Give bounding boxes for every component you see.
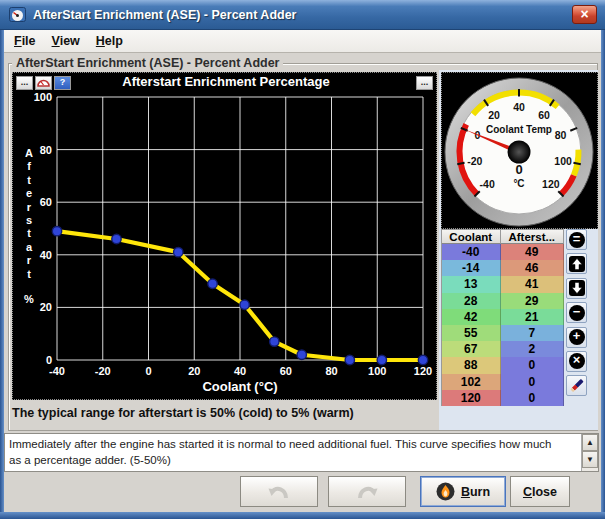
- curve-point[interactable]: [112, 234, 121, 243]
- menu-help[interactable]: Help: [96, 34, 123, 48]
- move-up-button[interactable]: [566, 253, 587, 274]
- redo-icon: [355, 482, 379, 502]
- afterstart-cell[interactable]: 0: [501, 374, 564, 390]
- y-tick-label: 80: [40, 144, 52, 156]
- curve-point[interactable]: [345, 355, 354, 364]
- table-toolbar: =−+×: [566, 229, 588, 396]
- burn-button[interactable]: Burn: [420, 476, 506, 507]
- coolant-cell[interactable]: 67: [442, 341, 501, 357]
- undo-button[interactable]: [240, 476, 318, 507]
- coolant-cell[interactable]: 28: [442, 293, 501, 309]
- gauge-tick-label: 40: [513, 101, 525, 113]
- x-tick-label: 0: [145, 365, 151, 377]
- y-tick-label: 40: [40, 249, 52, 261]
- decrement-button[interactable]: −: [566, 302, 587, 323]
- chart-plot[interactable]: -40-20020406080100120020406080100Afterst…: [13, 73, 436, 399]
- equals-button[interactable]: =: [566, 229, 587, 250]
- table-row: 2829: [442, 293, 564, 309]
- y-tick-label: 60: [40, 196, 52, 208]
- afterstart-cell[interactable]: 21: [501, 309, 564, 325]
- undo-icon: [267, 482, 291, 502]
- coolant-cell[interactable]: 88: [442, 357, 501, 373]
- column-header[interactable]: Coolant: [442, 229, 501, 244]
- gauge-tick-label: 120: [542, 178, 560, 190]
- curve-point[interactable]: [52, 226, 61, 235]
- gauge-tick-label: 80: [555, 129, 567, 141]
- gauge-dial: -40-20020406080100120Coolant Temp0°C: [442, 73, 597, 228]
- close-window-button[interactable]: ×: [572, 5, 597, 24]
- menu-view[interactable]: View: [52, 34, 80, 48]
- decrement-icon: −: [569, 305, 585, 321]
- x-tick-label: 80: [325, 365, 337, 377]
- x-tick-label: 20: [188, 365, 200, 377]
- x-tick-label: 100: [368, 365, 386, 377]
- y-axis-label-char: A: [25, 147, 33, 159]
- coolant-cell[interactable]: 120: [442, 390, 501, 406]
- table-header: CoolantAfterst...: [442, 229, 564, 244]
- x-tick-label: -40: [49, 365, 65, 377]
- redo-button[interactable]: [328, 476, 406, 507]
- curve-point[interactable]: [297, 350, 306, 359]
- table-row: 1020: [442, 374, 564, 390]
- afterstart-cell[interactable]: 7: [501, 325, 564, 341]
- y-axis-label-char: s: [26, 214, 32, 226]
- move-down-button[interactable]: [566, 278, 587, 299]
- coolant-cell[interactable]: 13: [442, 276, 501, 292]
- curve-point[interactable]: [377, 355, 386, 364]
- afterstart-cell[interactable]: 0: [501, 390, 564, 406]
- title-bar[interactable]: AfterStart Enrichment (ASE) - Percent Ad…: [0, 0, 605, 30]
- afterstart-cell[interactable]: 0: [501, 357, 564, 373]
- x-tick-label: 40: [234, 365, 246, 377]
- window-border-bottom: [0, 512, 605, 519]
- coolant-cell[interactable]: -40: [442, 244, 501, 260]
- flame-icon: [436, 482, 455, 501]
- curve-point[interactable]: [418, 355, 427, 364]
- x-tick-label: 60: [280, 365, 292, 377]
- coolant-cell[interactable]: 102: [442, 374, 501, 390]
- gauge-tick-label: 60: [538, 109, 550, 121]
- scroll-up-button[interactable]: ▲: [582, 434, 598, 451]
- coolant-cell[interactable]: 55: [442, 325, 501, 341]
- table-row: -4049: [442, 244, 564, 260]
- y-tick-label: 0: [46, 354, 52, 366]
- table-row: 4221: [442, 309, 564, 325]
- gauge-tick-label: 20: [488, 109, 500, 121]
- afterstart-cell[interactable]: 2: [501, 341, 564, 357]
- multiply-button[interactable]: ×: [566, 351, 587, 372]
- edit-pencil-button[interactable]: [566, 375, 587, 396]
- menu-file[interactable]: File: [14, 34, 36, 48]
- description-scrollbar[interactable]: ▲ ▼: [581, 434, 598, 471]
- x-axis-label: Coolant (°C): [202, 379, 277, 394]
- window-title: AfterStart Enrichment (ASE) - Percent Ad…: [33, 8, 572, 22]
- coolant-cell[interactable]: -14: [442, 260, 501, 276]
- curve-point[interactable]: [208, 279, 217, 288]
- y-axis-label-unit: %: [24, 293, 34, 305]
- scroll-down-button[interactable]: ▼: [582, 451, 598, 468]
- multiply-icon: ×: [569, 353, 585, 369]
- afterstart-cell[interactable]: 29: [501, 293, 564, 309]
- afterstart-cell[interactable]: 46: [501, 260, 564, 276]
- afterstart-cell[interactable]: 41: [501, 276, 564, 292]
- pencil-icon: [570, 379, 583, 392]
- afterstart-cell[interactable]: 49: [501, 244, 564, 260]
- gauge-tick-label: -40: [480, 178, 495, 190]
- curve-point[interactable]: [240, 300, 249, 309]
- close-label: Close: [523, 485, 557, 499]
- burn-label: Burn: [461, 485, 490, 499]
- increment-button[interactable]: +: [566, 327, 587, 348]
- column-header[interactable]: Afterst...: [501, 229, 564, 244]
- y-tick-label: 20: [40, 301, 52, 313]
- curve-table: CoolantAfterst... -4049-1446134128294221…: [441, 229, 564, 406]
- gauge-hub: [508, 141, 531, 164]
- curve-point[interactable]: [174, 247, 183, 256]
- curve-chart[interactable]: ... ? ... -40-20020406080100120020406080…: [12, 72, 437, 400]
- move-down-icon: [569, 280, 585, 296]
- y-axis-label-char: e: [26, 187, 32, 199]
- close-button[interactable]: Close: [510, 476, 570, 507]
- coolant-cell[interactable]: 42: [442, 309, 501, 325]
- gauge-value: 0: [515, 162, 522, 177]
- increment-icon: +: [569, 329, 585, 345]
- curve-point[interactable]: [270, 337, 279, 346]
- table-row: 1200: [442, 390, 564, 406]
- menu-bar: FileViewHelp: [4, 30, 601, 53]
